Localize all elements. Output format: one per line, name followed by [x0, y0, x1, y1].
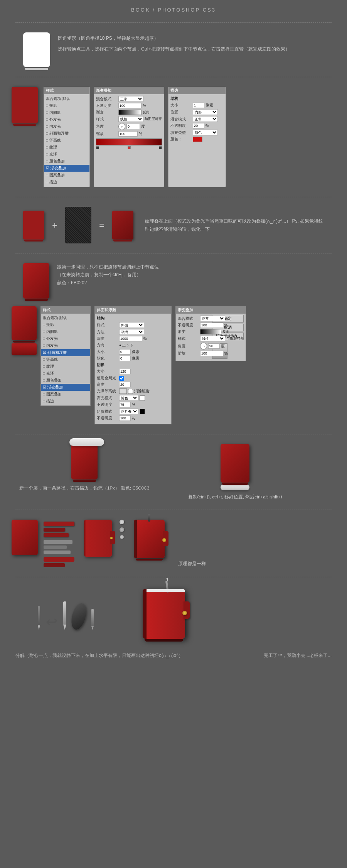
gr-scale-input[interactable]	[200, 351, 223, 356]
style-item-shadow[interactable]: □ 投影	[44, 102, 89, 109]
ps-gradient-dialog: 渐变叠加 混合模式 正常 不透明度 % 渐变 反向 样式	[94, 87, 164, 187]
blend-select[interactable]: 正常	[118, 96, 143, 102]
fill-type-select[interactable]: 颜色	[193, 130, 218, 135]
final-book-bottom	[145, 639, 183, 642]
shadow-mode-label: 阴影模式	[97, 409, 118, 414]
style-item-satin[interactable]: □ 光泽	[44, 151, 89, 158]
ls-inner-shadow[interactable]: □ 内阴影	[41, 328, 90, 335]
height-input[interactable]	[119, 382, 131, 387]
gray-strip-1	[44, 540, 72, 544]
style-select[interactable]: 线性	[118, 116, 143, 122]
angle-dial[interactable]: ○	[118, 123, 125, 130]
position-select[interactable]: 内部	[193, 109, 218, 115]
section6-text2: 复制(ctrl+j), ctrl+t, 移好位置, 然后ctrl+alt+shi…	[188, 494, 283, 500]
gradient-stop-left[interactable]	[96, 146, 99, 149]
section6-book	[71, 444, 98, 480]
depth-input[interactable]	[119, 336, 142, 341]
ps-grad-right-dialog: 渐变叠加 混合模式 正常 不透明度 % 渐变 反向 样式 线性 与图层对齐	[175, 306, 246, 361]
style-item-outer-glow[interactable]: □ 外发光	[44, 116, 89, 123]
ls-default[interactable]: 混合选项:默认	[41, 314, 90, 321]
bottom-right-text: 完工了™，我勤小去...老板来了...	[264, 652, 332, 659]
ls-color-overlay[interactable]: □ 颜色叠加	[41, 377, 90, 384]
angle-input[interactable]	[126, 124, 140, 129]
gr-opacity-label: 不透明度	[178, 323, 199, 328]
style-item-default[interactable]: 混合选项:默认	[44, 95, 89, 102]
shadow-mode-select[interactable]: 正片叠底	[119, 409, 138, 414]
bevel-style-select[interactable]: 斜面	[119, 322, 144, 328]
use-light-check[interactable]	[119, 376, 124, 381]
style-item-bevel[interactable]: □ 斜面和浮雕	[44, 130, 89, 137]
gloss-preview[interactable]	[119, 388, 127, 394]
scale-input[interactable]	[118, 131, 138, 137]
style-item-gradient-overlay[interactable]: ☑ 渐变叠加	[44, 165, 89, 172]
opacity-input[interactable]	[118, 103, 141, 108]
soften-input[interactable]	[119, 356, 131, 361]
gloss-check[interactable]	[128, 389, 133, 394]
highlight-color[interactable]	[140, 395, 145, 401]
ps-large-style-dialog: 样式 混合选项:默认 □ 投影 □ 内阴影 □ 外发光 □ 内发光 ☑ 斜面和浮…	[40, 306, 91, 406]
gr-opacity-input[interactable]	[200, 323, 223, 328]
page-curl-copy	[221, 485, 249, 490]
ls-outer-glow[interactable]: □ 外发光	[41, 335, 90, 342]
ls-shadow[interactable]: □ 投影	[41, 321, 90, 328]
ls-gradient-overlay[interactable]: ☑ 渐变叠加	[41, 384, 90, 391]
style-item-pattern-overlay[interactable]: □ 图案叠加	[44, 172, 89, 179]
gradient-preview[interactable]	[118, 110, 141, 115]
ls-satin[interactable]: □ 光泽	[41, 370, 90, 377]
book-page-curl-container	[71, 444, 98, 480]
dir-up[interactable]: ● 上 ○ 下	[119, 343, 133, 348]
color-swatch[interactable]	[193, 137, 202, 142]
gradient-stop-mid[interactable]	[128, 146, 131, 149]
red-tab-2	[44, 528, 65, 532]
gradient-stop-right[interactable]	[159, 146, 162, 149]
stroke-blend-select[interactable]: 正常	[193, 116, 218, 122]
section-2: 样式 混合选项:默认 □ 投影 □ 内阴影 □ 外发光 □ 内发光 □ 斜面和浮…	[0, 83, 347, 191]
size-bevel-label: 大小	[97, 349, 118, 355]
ls-texture[interactable]: □ 纹理	[41, 363, 90, 370]
shading-header: 阴影	[97, 362, 169, 368]
gr-blend-select[interactable]: 正常	[200, 316, 225, 321]
gold-dot	[162, 538, 166, 542]
gr-style-select[interactable]: 线性	[200, 336, 225, 341]
style-item-stroke[interactable]: □ 描边	[44, 179, 89, 186]
style-item-contour[interactable]: □ 等高线	[44, 137, 89, 144]
gr-angle-dial[interactable]: ○	[200, 343, 207, 350]
bevel-technique-label: 方法	[97, 329, 118, 335]
ls-bevel[interactable]: ☑ 斜面和浮雕	[41, 349, 90, 356]
size-bevel-input[interactable]	[119, 349, 131, 355]
comp-book-full	[12, 520, 38, 555]
component-col-3	[84, 520, 112, 557]
section6-book-copy	[221, 444, 249, 483]
pen-3-tip	[91, 626, 94, 630]
circle-3	[120, 535, 124, 539]
highlight-mode-select[interactable]: 滤色	[119, 395, 138, 401]
gloss-label: 光泽等高线	[97, 388, 118, 394]
ls-inner-glow[interactable]: □ 内发光	[41, 342, 90, 349]
style-item-texture[interactable]: □ 纹理	[44, 144, 89, 151]
gr-angle-input[interactable]	[208, 343, 220, 349]
gloss-smooth: 消除锯齿	[134, 388, 150, 394]
style-item-inner-shadow[interactable]: □ 内阴影	[44, 109, 89, 116]
soften-label: 软化	[97, 356, 118, 361]
style-item-inner-glow[interactable]: □ 内发光	[44, 123, 89, 130]
final-spine	[143, 589, 147, 639]
stroke-opacity-input[interactable]	[193, 123, 204, 128]
pen-3-container	[91, 609, 94, 630]
shadow-color[interactable]	[140, 409, 145, 414]
style-item-color-overlay[interactable]: □ 颜色叠加	[44, 158, 89, 165]
size-shading-input[interactable]	[119, 369, 131, 374]
gr-scale-label: 缩放	[178, 351, 199, 356]
ls-contour[interactable]: □ 等高线	[41, 356, 90, 363]
height-label: 高度	[97, 382, 118, 387]
gr-gradient-preview[interactable]	[200, 329, 221, 334]
highlight-opacity-input[interactable]	[119, 402, 131, 407]
size-input[interactable]	[193, 103, 204, 108]
component-col-2	[44, 522, 74, 567]
ps-gradient-title: 渐变叠加	[94, 87, 164, 94]
ls-stroke[interactable]: □ 描边	[41, 398, 90, 405]
red-tab-bottom-2	[44, 563, 65, 567]
equals-sign: =	[99, 220, 104, 231]
bevel-technique-select[interactable]: 平滑	[119, 329, 144, 335]
ls-pattern-overlay[interactable]: □ 图案叠加	[41, 391, 90, 398]
shadow-opacity-input[interactable]	[119, 415, 131, 421]
